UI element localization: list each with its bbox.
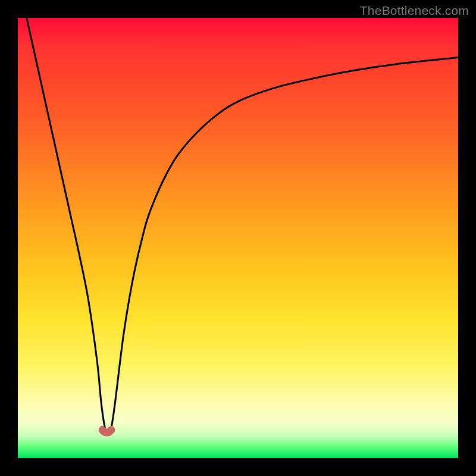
bottleneck-curve [27,18,458,436]
curve-min-markers [102,430,111,433]
watermark-text: TheBottleneck.com [360,4,469,18]
bottleneck-curve-svg [18,18,458,458]
chart-frame: TheBottleneck.com [0,0,476,476]
plot-area [18,18,458,458]
